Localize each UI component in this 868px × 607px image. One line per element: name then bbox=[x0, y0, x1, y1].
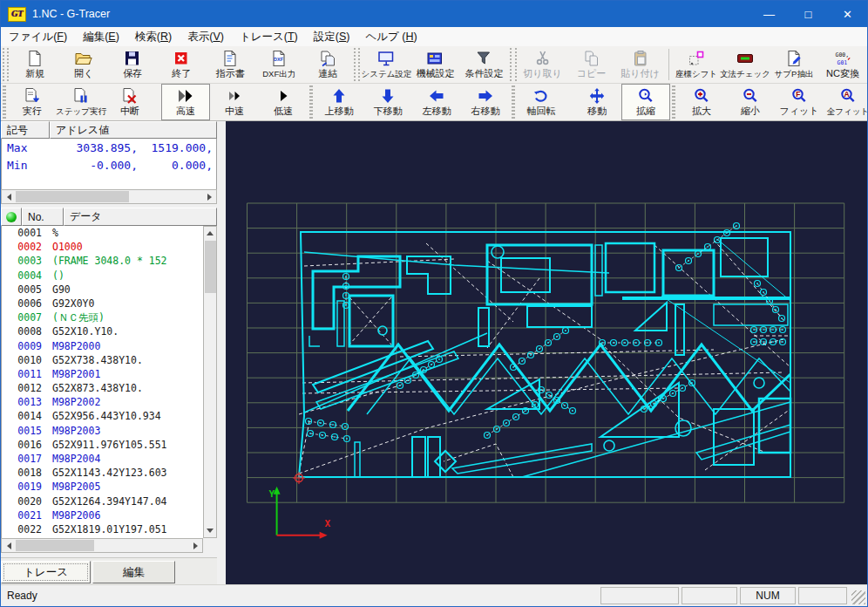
code-row[interactable]: 0018G52X1143.42Y123.603 bbox=[2, 466, 204, 480]
drill-point-center bbox=[539, 348, 540, 350]
code-row[interactable]: 0013M98P2002 bbox=[2, 395, 204, 409]
code-row[interactable]: 0009M98P2000 bbox=[2, 339, 204, 353]
code-row[interactable]: 0005G90 bbox=[2, 283, 204, 297]
toolbar-button-system-settings[interactable]: システム設定 bbox=[362, 46, 410, 83]
toolbar-button-grammar-check[interactable]: 文法チェック bbox=[721, 46, 770, 83]
toolbar-button-zoom-in[interactable]: 拡大 bbox=[677, 84, 726, 120]
toolbar-button-fit[interactable]: Fフィット bbox=[775, 84, 824, 120]
toolbar-button-move-left[interactable]: 左移動 bbox=[412, 84, 461, 120]
close-button[interactable]: ✕ bbox=[828, 1, 867, 27]
toolbar-button-fit-all[interactable]: A全フィット bbox=[824, 84, 867, 120]
menu-settings[interactable]: 設定(S) bbox=[306, 27, 358, 46]
toolbar-button-copy[interactable]: コピー bbox=[567, 46, 616, 83]
code-row[interactable]: 0006G92X0Y0 bbox=[2, 297, 204, 310]
code-row[interactable]: 0001% bbox=[2, 226, 204, 240]
drill-point-center bbox=[345, 285, 347, 287]
maximize-button[interactable]: □ bbox=[789, 1, 828, 27]
code-hscrollbar[interactable] bbox=[1, 538, 203, 553]
scroll-left-icon[interactable] bbox=[2, 539, 16, 552]
toolbar-button-machine-settings[interactable]: 機械設定 bbox=[410, 46, 459, 83]
code-row[interactable]: 0017M98P2004 bbox=[2, 452, 204, 466]
toolbar-button-concat[interactable]: 連結 bbox=[303, 46, 352, 83]
code-vscroll-thumb[interactable] bbox=[205, 241, 216, 293]
address-hscroll-thumb[interactable] bbox=[16, 191, 129, 202]
address-hscrollbar[interactable] bbox=[1, 189, 217, 204]
toolbar-button-label: 移動 bbox=[587, 106, 607, 117]
toolbar-button-coord-shift[interactable]: 座標シフト bbox=[672, 46, 721, 83]
toolbar-button-low-speed[interactable]: 低速 bbox=[259, 84, 308, 120]
toolbar-button-step-run[interactable]: ステップ実行 bbox=[57, 84, 105, 120]
code-row[interactable]: 0007(ＮＣ先頭) bbox=[2, 310, 204, 324]
code-row[interactable]: 0015M98P2003 bbox=[2, 424, 204, 438]
code-hscroll-thumb[interactable] bbox=[16, 540, 94, 551]
tab-edit[interactable]: 編集 bbox=[92, 561, 175, 583]
toolbar-button-open[interactable]: 開く bbox=[59, 46, 108, 83]
code-list-body[interactable]: 0001%0002O10000003(FRAME 3048.0 * 152000… bbox=[2, 226, 204, 538]
code-row[interactable]: 0002O1000 bbox=[2, 240, 204, 254]
code-row[interactable]: 0022G52X1819.01Y197.051 bbox=[2, 522, 204, 536]
toolbar-button-save[interactable]: 保存 bbox=[108, 46, 157, 83]
toolbar-button-dxf-output[interactable]: DXFDXF出力 bbox=[254, 46, 303, 83]
toolbar-button-zoom-window[interactable]: 拡縮 bbox=[621, 84, 670, 120]
toolbar-button-label: 拡縮 bbox=[636, 106, 655, 117]
mid-arrows-icon bbox=[225, 86, 244, 106]
tab-trace[interactable]: トレース bbox=[1, 561, 91, 583]
code-row[interactable]: 0016G52X911.976Y105.551 bbox=[2, 438, 204, 452]
toolbar-button-zoom-out[interactable]: 縮小 bbox=[726, 84, 775, 120]
toolbar-button-condition-settings[interactable]: 条件設定 bbox=[459, 46, 508, 83]
slow-arrow-icon bbox=[274, 86, 293, 106]
scroll-right-icon[interactable] bbox=[202, 190, 216, 203]
toolbar-button-abort[interactable]: 中断 bbox=[105, 84, 154, 120]
scroll-up-icon[interactable] bbox=[204, 227, 216, 240]
code-row[interactable]: 0012G52X873.438Y10. bbox=[2, 381, 204, 395]
scroll-left-icon[interactable] bbox=[2, 190, 16, 203]
drill-point-center bbox=[647, 342, 648, 344]
toolbar-button-high-speed[interactable]: 高速 bbox=[161, 84, 210, 120]
code-row[interactable]: 0014G52X956.443Y10.934 bbox=[2, 409, 204, 423]
menu-edit[interactable]: 編集(E) bbox=[75, 27, 127, 46]
drill-point-center bbox=[643, 408, 645, 410]
toolbar-button-move-right[interactable]: 右移動 bbox=[461, 84, 510, 120]
toolbar-button-label: 全フィット bbox=[827, 106, 867, 117]
toolbar-button-cut[interactable]: 切り取り bbox=[519, 46, 567, 83]
code-row[interactable]: 0021M98P2006 bbox=[2, 508, 204, 522]
nc-drawing-canvas[interactable]: YX bbox=[226, 121, 868, 587]
menu-search[interactable]: 検索(R) bbox=[127, 27, 180, 46]
scroll-down-icon[interactable] bbox=[204, 524, 216, 537]
code-row[interactable]: 0010G52X738.438Y10. bbox=[2, 353, 204, 367]
toolpath-circle bbox=[675, 420, 691, 436]
menu-view[interactable]: 表示(V) bbox=[180, 27, 232, 46]
toolbar-button-exit[interactable]: 終了 bbox=[157, 46, 206, 83]
rotate-icon bbox=[532, 86, 551, 106]
drill-point-center bbox=[624, 342, 626, 344]
code-row[interactable]: 0011M98P2001 bbox=[2, 367, 204, 381]
toolbar-button-mid-speed[interactable]: 中速 bbox=[210, 84, 259, 120]
toolbar-button-move-down[interactable]: 下移動 bbox=[363, 84, 412, 120]
code-row[interactable]: 0020G52X1264.394Y147.04 bbox=[2, 494, 204, 508]
toolbar-button-nc-convert[interactable]: G00,G01NC変換 bbox=[818, 46, 867, 83]
toolbar-button-pan[interactable]: 移動 bbox=[573, 84, 621, 120]
toolbar-button-worksheet[interactable]: 指示書 bbox=[206, 46, 254, 83]
status-cell bbox=[798, 587, 847, 604]
code-vscrollbar[interactable] bbox=[203, 226, 217, 538]
toolbar-button-subp-extract[interactable]: サブP抽出 bbox=[770, 46, 818, 83]
minimize-button[interactable]: — bbox=[749, 1, 789, 27]
toolbar-button-paste[interactable]: 貼り付け bbox=[616, 46, 665, 83]
resize-grip[interactable] bbox=[851, 590, 865, 604]
menu-trace[interactable]: トレース(T) bbox=[232, 27, 306, 46]
toolbar-button-run[interactable]: 実行 bbox=[8, 84, 57, 120]
toolbar-button-label: ステップ実行 bbox=[56, 106, 106, 117]
toolbar-button-move-up[interactable]: 上移動 bbox=[315, 84, 363, 120]
menu-help[interactable]: ヘルプ (H) bbox=[357, 27, 424, 46]
toolbar-button-label: 座標シフト bbox=[675, 68, 717, 79]
toolpath-shape bbox=[412, 437, 425, 477]
code-row[interactable]: 0004() bbox=[2, 269, 204, 283]
code-row[interactable]: 0008G52X10.Y10. bbox=[2, 324, 204, 338]
code-row[interactable]: 0019M98P2005 bbox=[2, 480, 204, 494]
menu-file[interactable]: ファイル(F) bbox=[1, 27, 75, 46]
link-pages-icon bbox=[318, 49, 337, 68]
toolbar-button-axis-rotate[interactable]: 軸回転 bbox=[517, 84, 566, 120]
scroll-right-icon[interactable] bbox=[188, 539, 202, 552]
code-row[interactable]: 0003(FRAME 3048.0 * 152 bbox=[2, 254, 204, 268]
toolbar-button-new[interactable]: 新規 bbox=[10, 46, 59, 83]
